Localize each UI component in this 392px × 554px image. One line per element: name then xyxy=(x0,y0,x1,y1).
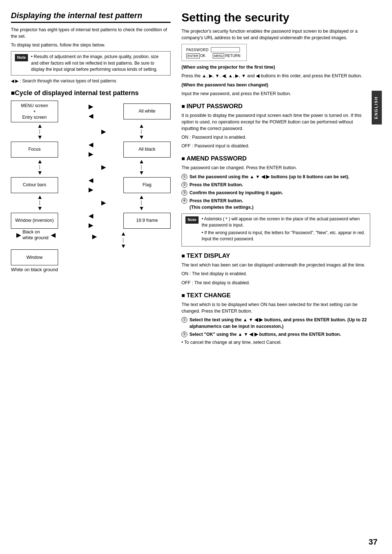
page-number: 37 xyxy=(369,537,377,547)
v-arrow-right-1: ▲ │ ▼ xyxy=(118,122,165,141)
v-arrows-1: ▲ │ ▼ ▶ ▲ │ ▼ xyxy=(11,122,171,141)
amend-step-2: ② Press the ENTER button. xyxy=(181,182,370,188)
text-step-2: ② Select "OK" using the ▲ ▼ ◀ ▶ buttons,… xyxy=(181,331,370,338)
outer-left-arrow: ▶ xyxy=(16,231,21,239)
input-off: OFF : Password input is disabled. xyxy=(181,143,370,149)
left-column: Displaying the internal test pattern The… xyxy=(0,11,178,539)
amend-note-box: Note • Asterisks (＊) will appear on the … xyxy=(181,213,370,247)
amend-step-4: ④ Press the ENTER button.(This completes… xyxy=(181,197,370,211)
black-on-white-label: Black on xyxy=(23,229,40,235)
diag-box-window-inversion: Window (inversion) xyxy=(11,213,58,229)
outer-right-arrow-3: ▶ xyxy=(101,199,106,207)
english-tab: ENGLISH xyxy=(372,91,382,125)
right-column: Setting the security The projector's sec… xyxy=(178,11,381,539)
right-title: Setting the security xyxy=(181,11,370,24)
text-display-text: The text which has been set can be displ… xyxy=(181,262,370,268)
text-change-title: TEXT CHANGE xyxy=(181,292,370,299)
pw-input-box xyxy=(211,47,240,52)
v-arrow-right-2: ▲ │ ▼ xyxy=(118,158,165,176)
amend-steps: ① Set the password using the ▲ ▼ ◀ ▶ but… xyxy=(181,174,370,211)
right-intro: The projector's security function enable… xyxy=(181,28,370,41)
v-arrow-left-2: ▲ │ ▼ xyxy=(16,158,64,176)
diag-arrows-1: ▶ ◀ xyxy=(73,103,109,120)
amend-step-1: ① Set the password using the ▲ ▼ ◀ ▶ but… xyxy=(181,174,370,180)
diag-box-menu-screen: MENU screen+Entry screen xyxy=(11,101,58,123)
changed-title: (When the password has been changed) xyxy=(181,82,370,88)
diag-box-focus: Focus xyxy=(11,142,58,158)
outer-right-arrow-1: ▶ xyxy=(101,128,106,135)
diag-box-all-white: All white xyxy=(123,103,171,119)
arrow-indicator-text: ◀ ▶ : Search through the various types o… xyxy=(11,78,116,83)
v-arrow-right-3: ▲ │ ▼ xyxy=(118,194,165,212)
amend-step-4-text: Press the ENTER button.(This completes t… xyxy=(189,197,253,211)
text-change-intro: The text which is to be displayed when O… xyxy=(181,301,370,314)
diag-box-flag: Flag xyxy=(123,177,171,193)
note-text: Results of adjustment on the image, pict… xyxy=(31,54,159,72)
v-arrows-4-row: ▶ Black on white ground ◀ ▶ ▲ │ ▼ xyxy=(11,229,171,249)
text-step-num-2: ② xyxy=(181,331,187,337)
menu-key-label: MENU xyxy=(213,53,225,58)
text-change-steps: ① Select the text using the ▲ ▼ ◀ ▶ butt… xyxy=(181,317,370,338)
pw-menu: MENURETURN xyxy=(213,54,240,58)
text-step-num-1: ① xyxy=(181,317,187,323)
diagram-row-1: MENU screen+Entry screen ▶ ◀ All white xyxy=(11,101,171,123)
text-step-1-text: Select the text using the ▲ ▼ ◀ ▶ button… xyxy=(189,317,370,330)
diag-box-colour-bars: Colour bars xyxy=(11,177,58,193)
text-display-off: OFF : The text display is disabled. xyxy=(181,280,370,286)
diag-box-window: Window xyxy=(11,249,58,265)
amend-note-content: • Asterisks (＊) will appear on the scree… xyxy=(201,216,366,244)
text-step-1: ① Select the text using the ▲ ▼ ◀ ▶ butt… xyxy=(181,317,370,330)
amend-intro: The password can be changed. Press the E… xyxy=(181,164,370,171)
diagram-row-3: Colour bars ◀ ▶ Flag xyxy=(11,176,171,194)
enter-ok: OK xyxy=(200,54,205,58)
amend-step-1-text: Set the password using the ▲ ▼ ◀ ▶ butto… xyxy=(189,174,350,180)
v-arrows-3: ▲ │ ▼ ▶ ▲ │ ▼ xyxy=(11,194,171,212)
outer-right-arrow-2: ▶ xyxy=(101,163,106,171)
text-change-note: • To cancel the change at any time, sele… xyxy=(181,339,370,346)
amend-note-bullet-2: • If the wrong password is input, the le… xyxy=(201,230,366,242)
text-display-title: TEXT DISPLAY xyxy=(181,252,370,260)
cycle-diagram: MENU screen+Entry screen ▶ ◀ All white ▲… xyxy=(11,101,171,273)
input-password-title: INPUT PASSWORD xyxy=(181,103,370,110)
left-title: Displaying the internal test pattern xyxy=(11,11,171,23)
left-intro2: To display test patterns, follow the ste… xyxy=(11,42,171,48)
password-screen: PASSWORD ENTEROK MENURETURN xyxy=(181,44,247,61)
amend-step-3-text: Confirm the password by inputting it aga… xyxy=(189,190,283,196)
v-arrows-2: ▲ │ ▼ ▶ ▲ │ ▼ xyxy=(11,158,171,176)
diag-box-169frame: 16:9 frame xyxy=(123,213,171,229)
amend-step-3: ③ Confirm the password by inputting it a… xyxy=(181,190,370,196)
step-num-4: ④ xyxy=(181,198,187,204)
note-label: Note xyxy=(15,54,28,61)
diagram-row-5: Window xyxy=(11,249,171,265)
text-step-2-text: Select "OK" using the ▲ ▼ ◀ ▶ buttons, a… xyxy=(189,331,341,338)
outer-left-arrow2: ◀ xyxy=(51,231,56,239)
v-arrow-left-1: ▲ │ ▼ xyxy=(16,122,64,141)
enter-key-label: ENTER xyxy=(186,53,200,58)
arrow-indicator: ◀ ▶ : Search through the various types o… xyxy=(11,78,171,83)
note-box: Note • Results of adjustment on the imag… xyxy=(11,51,171,75)
black-on-white-label2: white ground xyxy=(23,235,49,241)
diag-arrows-2: ◀ ▶ xyxy=(73,141,109,158)
pw-label: PASSWORD xyxy=(186,48,209,52)
text-display-on: ON : The text display is enabled. xyxy=(181,270,370,277)
white-on-black-label: White on black ground xyxy=(11,267,58,272)
left-intro1: The projector has eight types of interna… xyxy=(11,27,171,40)
pw-enter: ENTEROK xyxy=(186,54,205,58)
diag-arrows-4: ◀ ▶ xyxy=(73,212,109,229)
first-time-text: Press the ▲, ▶, ▼, ◀, ▲, ▶, ▼ and ◀ butt… xyxy=(181,73,370,79)
step-num-1: ① xyxy=(181,174,187,180)
changed-text: Input the new password, and press the EN… xyxy=(181,90,370,97)
amend-note-bullet-1: • Asterisks (＊) will appear on the scree… xyxy=(201,216,366,228)
diag-arrows-3: ◀ ▶ xyxy=(73,176,109,194)
input-on: ON : Password input is enabled. xyxy=(181,134,370,140)
first-time-title: (When using the projector for the first … xyxy=(181,64,370,70)
v-arrow-left-3: ▲ │ ▼ xyxy=(16,194,64,212)
step-num-3: ③ xyxy=(181,190,187,196)
amend-note-label: Note xyxy=(185,216,199,224)
diag-box-all-black: All black xyxy=(123,142,171,158)
cycle-title: ■Cycle of displayed internal test patter… xyxy=(11,89,171,97)
cycle-title-text: ■Cycle of displayed internal test patter… xyxy=(11,89,139,97)
diagram-row-2: Focus ◀ ▶ All black xyxy=(11,141,171,158)
outer-right-arrow-4: ▶ xyxy=(92,233,97,240)
amend-password-title: AMEND PASSWORD xyxy=(181,155,370,162)
